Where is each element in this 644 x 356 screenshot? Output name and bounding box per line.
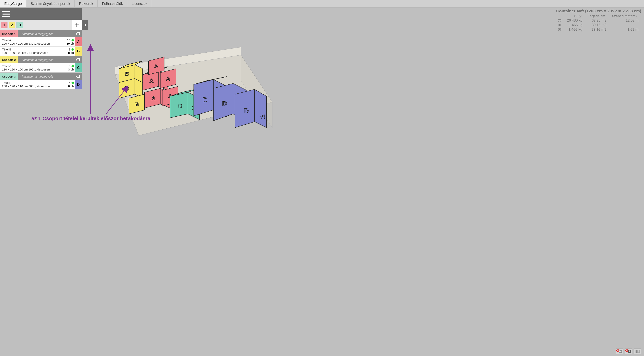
group-tabs-row: 1 2 3 + <box>0 20 82 30</box>
svg-text:B: B <box>125 85 129 91</box>
group-tab-3[interactable]: 3 <box>16 21 23 28</box>
group-header-3[interactable]: Csoport 3 - kattintson a megjegyzés <box>0 73 82 80</box>
svg-rect-62 <box>636 350 637 353</box>
qty-unit: db <box>70 84 74 88</box>
svg-text:A: A <box>150 77 154 84</box>
item-color-swatch[interactable]: B <box>75 46 82 55</box>
item-row[interactable]: Tétel A 100 x 100 x 100 cm 530kg/összese… <box>0 37 82 46</box>
item-dims: 100 x 100 x 100 cm 530kg/összesen <box>2 42 61 45</box>
container-render: B B B A A A A A C C D D D D <box>103 43 274 153</box>
item-info: Tétel D 200 x 120 x 110 cm 360kg/összese… <box>0 80 63 89</box>
status-dot-icon <box>72 39 74 41</box>
status-dot-icon <box>72 48 74 51</box>
qty-top: 3 <box>69 64 70 68</box>
group-tab-1[interactable]: 1 <box>1 21 8 28</box>
view-toolbar: kg T <box>616 349 641 354</box>
svg-rect-7 <box>77 75 80 77</box>
kg-badge: kg <box>619 350 622 353</box>
item-qty: 3 3 db <box>63 63 75 72</box>
svg-marker-57 <box>254 89 266 128</box>
group-label: Csoport 3 <box>0 73 18 80</box>
qty-bottom: 3 <box>68 68 70 71</box>
col-volume: Terjedelem: <box>585 14 609 18</box>
nav-tab-users[interactable]: Felhasználók <box>98 0 127 7</box>
toggle-layout-button[interactable] <box>634 349 641 354</box>
item-row[interactable]: Tétel B 100 x 120 x 90 cm 384kg/összesen… <box>0 46 82 56</box>
item-name: Tétel A <box>2 38 61 42</box>
qty-unit: db <box>70 42 74 45</box>
item-color-swatch[interactable]: C <box>75 63 82 72</box>
col-weight: Súly: <box>564 14 585 18</box>
t-badge: T <box>628 350 631 353</box>
toggle-text-button[interactable]: T <box>625 349 632 354</box>
item-qty: 8 8 db <box>63 46 75 55</box>
svg-text:B: B <box>125 71 129 77</box>
item-name: Tétel D <box>2 81 61 84</box>
svg-text:C: C <box>178 103 182 109</box>
nav-tab-cargospaces[interactable]: Rakterek <box>75 0 98 7</box>
group-label: Csoport 2 <box>0 56 18 63</box>
item-color-swatch[interactable]: A <box>75 37 82 46</box>
group-note[interactable]: - kattintson a megjegyzés <box>18 32 82 35</box>
svg-text:D: D <box>222 100 227 107</box>
qty-top: 6 <box>69 81 70 84</box>
qty-top: 8 <box>69 48 70 51</box>
svg-text:A: A <box>154 63 158 69</box>
add-item-icon[interactable] <box>75 57 80 62</box>
item-info: Tétel B 100 x 120 x 90 cm 384kg/összesen <box>0 46 63 55</box>
add-group-button[interactable]: + <box>72 20 82 30</box>
status-dot-icon <box>72 65 74 67</box>
group-header-2[interactable]: Csoport 2 - kattintson a megjegyzés <box>0 56 82 63</box>
svg-text:D: D <box>244 107 249 114</box>
item-qty: 10 10 db <box>63 37 75 46</box>
item-info: Tétel A 100 x 100 x 100 cm 530kg/összese… <box>0 37 63 46</box>
qty-unit: db <box>70 68 74 71</box>
svg-rect-4 <box>77 58 80 61</box>
svg-text:A: A <box>166 76 170 82</box>
forbid-icon <box>616 349 619 352</box>
nav-tab-licenses[interactable]: Licenszek <box>127 0 152 7</box>
svg-rect-63 <box>638 350 640 353</box>
status-dot-icon <box>72 82 74 84</box>
add-item-icon[interactable] <box>75 74 80 79</box>
item-qty: 6 6 db <box>63 80 75 89</box>
item-color-swatch[interactable]: D <box>75 80 82 89</box>
qty-unit: db <box>70 51 74 54</box>
nav-tab-easycargo[interactable]: EasyCargo <box>0 0 26 7</box>
sidebar-header <box>0 8 82 20</box>
qty-top: 10 <box>67 38 70 42</box>
group-note[interactable]: - kattintson a megjegyzés <box>18 58 82 61</box>
item-dims: 130 x 120 x 100 cm 192kg/összesen <box>2 68 61 71</box>
add-item-icon[interactable] <box>75 31 80 36</box>
annotation-text: az 1 Csoport tételei kerültek először be… <box>32 115 150 122</box>
group-note[interactable]: - kattintson a megjegyzés <box>18 75 82 78</box>
item-name: Tétel C <box>2 64 61 68</box>
item-dims: 200 x 120 x 110 cm 360kg/összesen <box>2 84 61 88</box>
qty-bottom: 10 <box>66 42 70 45</box>
qty-bottom: 6 <box>68 84 70 88</box>
viewport-3d[interactable]: B B B A A A A A C C D D D D <box>82 20 644 356</box>
layout-icon <box>635 350 640 353</box>
forbid-icon <box>625 349 628 352</box>
item-row[interactable]: Tétel C 130 x 120 x 100 cm 192kg/összese… <box>0 63 82 72</box>
item-row[interactable]: Tétel D 200 x 120 x 110 cm 360kg/összese… <box>0 80 82 89</box>
hamburger-icon[interactable] <box>2 11 10 17</box>
svg-text:B: B <box>135 101 139 107</box>
toggle-weight-button[interactable]: kg <box>616 349 623 354</box>
qty-bottom: 8 <box>68 51 70 54</box>
item-info: Tétel C 130 x 120 x 100 cm 192kg/összese… <box>0 63 63 72</box>
svg-text:D: D <box>202 96 208 103</box>
svg-text:A: A <box>152 95 156 101</box>
col-free: Szabad méterek: <box>609 14 641 18</box>
nav-tab-shipments[interactable]: Szállítmányok és riportok <box>26 0 75 7</box>
item-dims: 100 x 120 x 90 cm 384kg/összesen <box>2 51 61 54</box>
group-header-1[interactable]: Csoport 1 - kattintson a megjegyzés <box>0 30 82 37</box>
item-name: Tétel B <box>2 48 61 51</box>
top-nav: EasyCargo Szállítmányok és riportok Rakt… <box>0 0 644 7</box>
group-tab-2[interactable]: 2 <box>9 21 15 28</box>
container-title: Container 40ft (1203 cm x 235 cm x 238 c… <box>555 9 641 13</box>
group-label: Csoport 1 <box>0 30 18 37</box>
